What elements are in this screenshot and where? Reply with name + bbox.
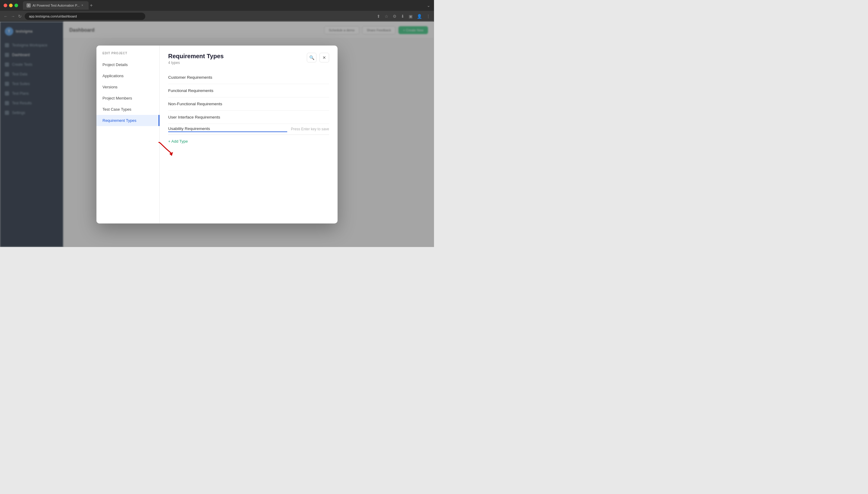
menu-icon[interactable]: ⋮ <box>426 14 430 19</box>
profile-icon[interactable]: 👤 <box>417 14 422 19</box>
extensions-icon[interactable]: ⚙ <box>393 14 397 19</box>
search-icon: 🔍 <box>309 55 314 60</box>
browser-tab[interactable]: T AI Powered Test Automation P... × <box>23 1 88 10</box>
nav-project-members[interactable]: Project Members <box>96 93 159 104</box>
address-bar: ← → ↻ ⬆ ☆ ⚙ ⬇ ▣ 👤 ⋮ <box>0 11 434 22</box>
back-button[interactable]: ← <box>4 14 8 19</box>
enter-hint: Press Enter key to save <box>291 127 329 131</box>
modal-main-content: Requirement Types 4 types 🔍 ✕ Customer R… <box>160 45 338 224</box>
modal-subtitle: 4 types <box>168 61 224 65</box>
modal-title-group: Requirement Types 4 types <box>168 53 224 65</box>
modal-header: Requirement Types 4 types 🔍 ✕ <box>168 53 329 65</box>
type-item-functional: Functional Requirements <box>168 84 329 97</box>
browser-window-controls: ⌄ <box>427 3 430 8</box>
refresh-button[interactable]: ↻ <box>18 14 22 19</box>
modal-sidebar: EDIT PROJECT Project Details Application… <box>96 45 160 224</box>
minimize-button[interactable] <box>9 4 13 7</box>
add-type-button[interactable]: + Add Type <box>168 135 329 144</box>
modal-sidebar-label: EDIT PROJECT <box>96 52 159 59</box>
share-icon[interactable]: ⬆ <box>377 14 380 19</box>
maximize-button[interactable] <box>15 4 18 7</box>
new-tab-button[interactable]: + <box>90 3 93 8</box>
nav-test-case-types[interactable]: Test Case Types <box>96 104 159 115</box>
type-list: Customer Requirements Functional Require… <box>168 71 329 216</box>
type-item-customer: Customer Requirements <box>168 71 329 84</box>
modal-title: Requirement Types <box>168 53 224 60</box>
browser-toolbar: ⬆ ☆ ⚙ ⬇ ▣ 👤 ⋮ <box>377 14 430 19</box>
address-input[interactable] <box>25 13 145 20</box>
browser-chrome: T AI Powered Test Automation P... × + ⌄ <box>0 0 434 11</box>
nav-requirement-types[interactable]: Requirement Types <box>96 115 159 126</box>
add-type-label: + Add Type <box>168 139 188 144</box>
download-icon[interactable]: ⬇ <box>401 14 405 19</box>
close-button-modal[interactable]: ✕ <box>319 53 329 62</box>
tab-close-btn[interactable]: × <box>81 4 85 7</box>
modal-header-actions: 🔍 ✕ <box>307 53 329 62</box>
bookmark-icon[interactable]: ☆ <box>384 14 389 19</box>
nav-applications[interactable]: Applications <box>96 70 159 81</box>
type-item-non-functional: Non-Functional Requirements <box>168 97 329 111</box>
nav-versions[interactable]: Versions <box>96 81 159 93</box>
traffic-lights <box>4 4 18 7</box>
new-type-input-row: Press Enter key to save <box>168 124 329 135</box>
nav-project-details[interactable]: Project Details <box>96 59 159 70</box>
new-type-input[interactable] <box>168 126 287 132</box>
tab-bar: T AI Powered Test Automation P... × + <box>23 1 425 10</box>
type-item-ui: User Interface Requirements <box>168 111 329 124</box>
tab-favicon: T <box>26 3 31 7</box>
search-button[interactable]: 🔍 <box>307 53 316 62</box>
app-container: T testsigma Testsigma Workspace Dashboar… <box>0 22 434 247</box>
forward-button[interactable]: → <box>11 14 15 19</box>
close-icon: ✕ <box>322 55 326 60</box>
tab-title: AI Powered Test Automation P... <box>33 4 80 7</box>
close-button[interactable] <box>4 4 7 7</box>
sidebar-toggle-icon[interactable]: ▣ <box>409 14 413 19</box>
edit-project-modal: EDIT PROJECT Project Details Application… <box>96 45 338 224</box>
